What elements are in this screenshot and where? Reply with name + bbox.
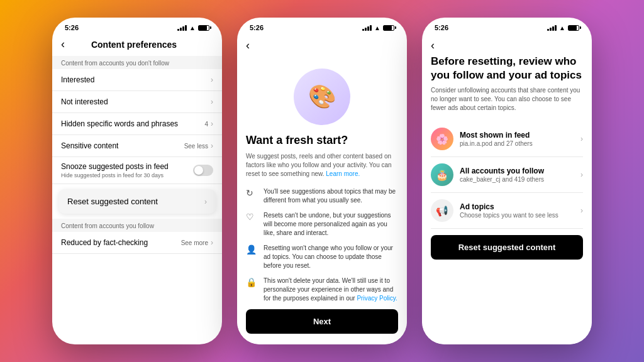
chevron-icon: › xyxy=(580,134,583,143)
signal-icon xyxy=(547,25,557,31)
back-button-1[interactable]: ‹ xyxy=(61,38,65,51)
signal-icon xyxy=(362,25,372,31)
time-2: 5:26 xyxy=(250,24,264,31)
menu-item-not-interested[interactable]: Not interested › xyxy=(52,91,222,113)
battery-icon xyxy=(198,25,209,31)
next-button[interactable]: Next xyxy=(246,309,398,334)
snooze-title: Snooze suggested posts in feed xyxy=(61,162,169,171)
time-3: 5:26 xyxy=(435,24,448,31)
info-text-1: You'll see suggestions about topics that… xyxy=(264,187,398,205)
illustration: 🎨 xyxy=(246,56,398,134)
chevron-icon: › xyxy=(211,141,213,150)
ad-topics-sub: Choose topics you want to see less xyxy=(460,212,574,219)
all-accounts-sub: cake_baker_cj and 419 others xyxy=(460,176,574,183)
avatar-most-shown: 🌸 xyxy=(431,128,453,150)
wifi-icon: ▲ xyxy=(374,25,380,31)
review-title: Before resetting, review who you follow … xyxy=(431,55,583,82)
review-subtitle: Consider unfollowing accounts that share… xyxy=(431,86,583,112)
fresh-start-title: Want a fresh start? xyxy=(246,134,398,147)
ad-topics-item[interactable]: 📢 Ad topics Choose topics you want to se… xyxy=(431,193,583,229)
info-text-4: This won't delete your data. We'll still… xyxy=(264,277,398,303)
avatar-all-accounts: 🎂 xyxy=(431,163,453,186)
info-row-4: 🔒 This won't delete your data. We'll sti… xyxy=(246,277,398,303)
status-icons-3: ▲ xyxy=(547,25,579,31)
phone-2: 5:26 ▲ ‹ 🎨 xyxy=(237,18,407,344)
status-bar-1: 5:26 ▲ xyxy=(52,18,222,34)
most-shown-sub: pia.in.a.pod and 27 others xyxy=(460,140,574,147)
ad-topics-title: Ad topics xyxy=(460,202,574,211)
nav-header-1: ‹ Content preferences xyxy=(52,34,222,56)
info-row-1: ↻ You'll see suggestions about topics th… xyxy=(246,187,398,205)
wifi-icon: ▲ xyxy=(189,25,196,31)
learn-more-link[interactable]: Learn more. xyxy=(326,170,360,177)
chevron-icon: › xyxy=(204,197,207,206)
heart-icon: ♡ xyxy=(246,212,257,222)
menu-item-interested[interactable]: Interested › xyxy=(52,69,222,91)
lock-icon: 🔒 xyxy=(246,277,257,287)
refresh-icon: ↻ xyxy=(246,188,257,198)
status-bar-3: 5:26 ▲ xyxy=(422,18,592,34)
info-row-3: 👤 Resetting won't change who you follow … xyxy=(246,244,398,270)
page-title-1: Content preferences xyxy=(70,40,198,50)
back-button-2[interactable]: ‹ xyxy=(237,39,250,52)
illustration-image: 🎨 xyxy=(294,69,350,125)
info-row-2: ♡ Resets can't be undone, but your sugge… xyxy=(246,211,398,238)
battery-icon xyxy=(568,25,579,31)
snooze-subtitle: Hide suggested posts in feed for 30 days xyxy=(61,172,169,178)
chevron-icon: › xyxy=(211,97,213,106)
snooze-toggle[interactable] xyxy=(193,165,213,176)
section-header-1: Content from accounts you don't follow xyxy=(52,56,222,69)
signal-icon xyxy=(177,25,187,31)
review-screen: Before resetting, review who you follow … xyxy=(422,55,592,344)
back-button-3[interactable]: ‹ xyxy=(431,39,435,52)
status-icons-1: ▲ xyxy=(177,25,209,31)
info-text-2: Resets can't be undone, but your suggest… xyxy=(264,211,398,238)
wifi-icon: ▲ xyxy=(559,25,565,31)
most-shown-title: Most shown in feed xyxy=(460,131,574,140)
menu-item-hidden-words[interactable]: Hidden specific words and phrases 4 › xyxy=(52,113,222,135)
chevron-icon: › xyxy=(580,170,583,179)
chevron-icon: › xyxy=(211,119,213,128)
chevron-icon: › xyxy=(211,238,213,247)
fresh-start-screen: 🎨 Want a fresh start? We suggest posts, … xyxy=(237,56,407,344)
status-bar-2: 5:26 ▲ xyxy=(237,18,407,34)
reset-suggested-content-item[interactable]: Reset suggested content › xyxy=(58,189,216,214)
menu-item-reduced[interactable]: Reduced by fact-checking See more › xyxy=(52,232,222,254)
time-1: 5:26 xyxy=(65,24,79,31)
reset-label: Reset suggested content xyxy=(67,197,158,206)
reset-suggested-content-button[interactable]: Reset suggested content xyxy=(431,235,583,260)
menu-item-sensitive[interactable]: Sensitive content See less › xyxy=(52,135,222,157)
all-accounts-item[interactable]: 🎂 All accounts you follow cake_baker_cj … xyxy=(431,157,583,193)
most-shown-item[interactable]: 🌸 Most shown in feed pia.in.a.pod and 27… xyxy=(431,121,583,157)
megaphone-icon: 📢 xyxy=(431,199,453,222)
privacy-policy-link[interactable]: Privacy Policy. xyxy=(357,295,397,302)
status-icons-2: ▲ xyxy=(362,25,394,31)
phone-1: 5:26 ▲ ‹ Content preferences Content fro… xyxy=(52,18,222,344)
chevron-icon: › xyxy=(211,75,213,84)
person-icon: 👤 xyxy=(246,244,257,255)
fresh-start-subtitle: We suggest posts, reels and other conten… xyxy=(246,152,398,178)
chevron-icon: › xyxy=(580,206,583,215)
snooze-item: Snooze suggested posts in feed Hide sugg… xyxy=(52,157,222,184)
info-text-3: Resetting won't change who you follow or… xyxy=(264,244,398,270)
battery-icon xyxy=(383,25,394,31)
all-accounts-title: All accounts you follow xyxy=(460,167,574,175)
section-header-2: Content from accounts you follow xyxy=(52,219,222,232)
phone-3: 5:26 ▲ ‹ Before resetting, review who yo… xyxy=(422,18,592,344)
